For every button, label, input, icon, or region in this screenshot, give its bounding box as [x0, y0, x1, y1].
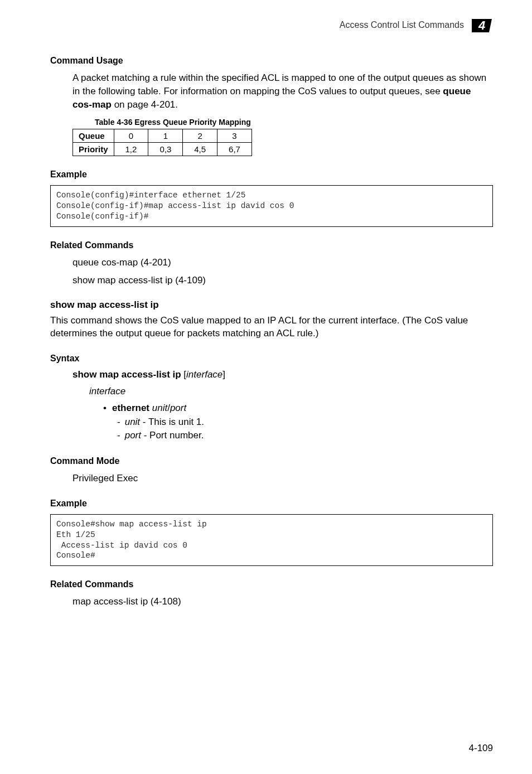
- unit-italic: unit: [125, 417, 140, 427]
- port-dash: - port - Port number.: [117, 429, 493, 443]
- chapter-number-text: 4: [478, 18, 485, 32]
- text-part-2: on page 4-201.: [112, 99, 178, 110]
- table-header-3: 3: [217, 129, 252, 143]
- table-header-1: 1: [148, 129, 183, 143]
- code-block-1: Console(config)#interface ethernet 1/25 …: [50, 185, 493, 227]
- ethernet-unit: unit: [149, 403, 167, 413]
- command-mode-text: Privileged Exec: [72, 472, 493, 485]
- text-part-1: A packet matching a rule within the spec…: [72, 72, 486, 96]
- table-header-queue: Queue: [73, 129, 114, 143]
- related-commands-heading-2: Related Commands: [50, 579, 493, 589]
- table-header-2: 2: [183, 129, 217, 143]
- page-content: Command Usage A packet matching a rule w…: [50, 56, 493, 608]
- show-map-heading: show map access-list ip: [50, 299, 493, 311]
- page-header: Access Control List Commands 4: [340, 16, 493, 35]
- related2-line-1: map access-list ip (4-108): [72, 595, 493, 608]
- command-usage-heading: Command Usage: [50, 56, 493, 66]
- ethernet-port: port: [170, 403, 186, 413]
- interface-label: interface: [89, 386, 493, 397]
- ethernet-line: ethernet unit/port: [112, 401, 186, 415]
- code-block-2: Console#show map access-list ip Eth 1/25…: [50, 514, 493, 566]
- table-header-row: Queue 0 1 2 3: [73, 129, 252, 143]
- example-heading-1: Example: [50, 170, 493, 180]
- page-number: 4-109: [469, 743, 493, 754]
- syntax-command: show map access-list ip [interface]: [72, 369, 493, 380]
- port-text: - Port number.: [141, 430, 204, 441]
- command-usage-text: A packet matching a rule within the spec…: [72, 71, 493, 111]
- table-caption: Table 4-36 Egress Queue Priority Mapping: [95, 118, 493, 127]
- unit-line: unit - This is unit 1.: [125, 415, 204, 429]
- example-heading-2: Example: [50, 499, 493, 509]
- command-mode-heading: Command Mode: [50, 456, 493, 466]
- table-row-label: Priority: [73, 143, 114, 156]
- show-map-text: This command shows the CoS value mapped …: [50, 314, 493, 341]
- related-line-1: queue cos-map (4-201): [72, 256, 493, 269]
- port-italic: port: [125, 430, 141, 441]
- table-row: Priority 1,2 0,3 4,5 6,7: [73, 143, 252, 156]
- header-title: Access Control List Commands: [340, 20, 464, 30]
- syntax-bold: show map access-list ip: [72, 369, 183, 380]
- table-cell-1: 0,3: [148, 143, 183, 156]
- dash-icon: -: [117, 415, 120, 429]
- ethernet-bold: ethernet: [112, 403, 149, 413]
- related-commands-heading-1: Related Commands: [50, 240, 493, 250]
- ethernet-bullet: • ethernet unit/port: [103, 401, 493, 415]
- table-cell-3: 6,7: [217, 143, 252, 156]
- mapping-table: Queue 0 1 2 3 Priority 1,2 0,3 4,5 6,7: [72, 129, 252, 156]
- table-header-0: 0: [114, 129, 148, 143]
- syntax-heading: Syntax: [50, 354, 493, 364]
- dash-icon: -: [117, 429, 120, 443]
- syntax-interface: interface: [186, 369, 223, 380]
- unit-text: - This is unit 1.: [140, 417, 204, 427]
- unit-dash: - unit - This is unit 1.: [117, 415, 493, 429]
- syntax-bracket-close: ]: [223, 369, 225, 380]
- related-line-2: show map access-list ip (4-109): [72, 274, 493, 287]
- table-cell-0: 1,2: [114, 143, 148, 156]
- table-cell-2: 4,5: [183, 143, 217, 156]
- bullet-dot-icon: •: [103, 401, 107, 415]
- chapter-icon: 4: [471, 16, 493, 35]
- port-line: port - Port number.: [125, 429, 204, 443]
